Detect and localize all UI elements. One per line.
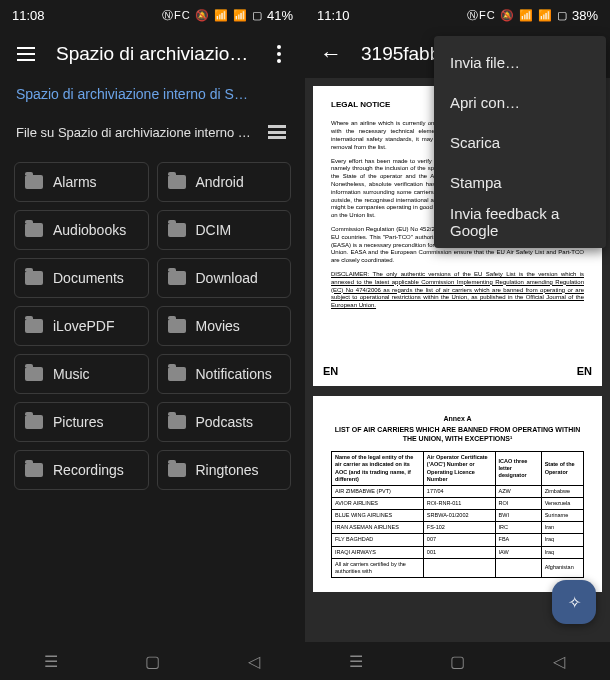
back-arrow-button[interactable]: ←	[313, 36, 349, 72]
list-view-icon	[268, 125, 286, 139]
recent-apps-button[interactable]: ☰	[336, 646, 376, 676]
table-cell: Zimbabwe	[541, 485, 583, 497]
table-row: All air carriers certified by the author…	[332, 558, 584, 577]
folder-label: Notifications	[196, 366, 272, 382]
pdf-paragraph: DISCLAIMER: The only authentic versions …	[331, 271, 584, 310]
menu-item[interactable]: Invia file…	[434, 42, 606, 82]
table-header: ICAO three letter designator	[495, 452, 541, 486]
folder-item[interactable]: Recordings	[14, 450, 149, 490]
menu-button[interactable]	[8, 36, 44, 72]
table-cell: Iran	[541, 522, 583, 534]
folder-item[interactable]: Notifications	[157, 354, 292, 394]
table-row: FLY BAGHDAD007FBAIraq	[332, 534, 584, 546]
table-row: IRAQI AIRWAYS001IAWIraq	[332, 546, 584, 558]
lang-badge: EN	[323, 364, 338, 378]
folder-icon	[168, 319, 186, 333]
folder-icon	[25, 367, 43, 381]
status-time: 11:10	[317, 8, 350, 23]
folder-icon	[25, 271, 43, 285]
table-cell: IRC	[495, 522, 541, 534]
folder-icon	[25, 415, 43, 429]
table-cell: FBA	[495, 534, 541, 546]
folder-item[interactable]: Pictures	[14, 402, 149, 442]
breadcrumb[interactable]: Spazio di archiviazione interno di S…	[0, 78, 305, 110]
folder-item[interactable]: Android	[157, 162, 292, 202]
table-cell: Iraq	[541, 546, 583, 558]
recent-apps-button[interactable]: ☰	[31, 646, 71, 676]
nav-bar: ☰ ▢ ◁	[305, 642, 610, 680]
table-cell: BWI	[495, 510, 541, 522]
folder-item[interactable]: Documents	[14, 258, 149, 298]
home-button[interactable]: ▢	[437, 646, 477, 676]
menu-item[interactable]: Scarica	[434, 122, 606, 162]
table-cell: SRBWA-01/2002	[423, 510, 495, 522]
hamburger-icon	[17, 47, 35, 61]
more-vert-icon	[277, 45, 281, 63]
table-cell: FS-102	[423, 522, 495, 534]
table-cell: 007	[423, 534, 495, 546]
folder-item[interactable]: Audiobooks	[14, 210, 149, 250]
edit-fab[interactable]: ✧	[552, 580, 596, 624]
folder-label: DCIM	[196, 222, 232, 238]
table-header: Air Operator Certificate ('AOC') Number …	[423, 452, 495, 486]
table-cell: BLUE WING AIRLINES	[332, 510, 424, 522]
folder-item[interactable]: Alarms	[14, 162, 149, 202]
status-bar: 11:10 ⓃFC 🔕 📶 📶 ▢ 38%	[305, 0, 610, 30]
folder-icon	[168, 175, 186, 189]
menu-item[interactable]: Invia feedback a Google	[434, 202, 606, 242]
file-manager-pane: 11:08 ⓃFC 🔕 📶 📶 ▢ 41% Spazio di archivia…	[0, 0, 305, 680]
table-header: State of the Operator	[541, 452, 583, 486]
arrow-left-icon: ←	[320, 41, 342, 67]
folder-label: Pictures	[53, 414, 104, 430]
folder-item[interactable]: Music	[14, 354, 149, 394]
folder-icon	[168, 463, 186, 477]
table-cell: Afghanistan	[541, 558, 583, 577]
home-button[interactable]: ▢	[132, 646, 172, 676]
battery-pct: 41%	[267, 8, 293, 23]
table-cell: Venezuela	[541, 497, 583, 509]
table-cell: IRAQI AIRWAYS	[332, 546, 424, 558]
folder-item[interactable]: Download	[157, 258, 292, 298]
table-cell: Suriname	[541, 510, 583, 522]
folder-item[interactable]: Ringtones	[157, 450, 292, 490]
status-bar: 11:08 ⓃFC 🔕 📶 📶 ▢ 41%	[0, 0, 305, 30]
app-bar: Spazio di archiviazione i…	[0, 30, 305, 78]
table-cell: AVIOR AIRLINES	[332, 497, 424, 509]
folder-icon	[168, 367, 186, 381]
folder-icon	[25, 223, 43, 237]
status-time: 11:08	[12, 8, 45, 23]
folder-label: Ringtones	[196, 462, 259, 478]
folder-label: Podcasts	[196, 414, 254, 430]
list-header-text: File su Spazio di archiviazione interno …	[16, 125, 256, 140]
table-cell: AZW	[495, 485, 541, 497]
folder-item[interactable]: iLovePDF	[14, 306, 149, 346]
nav-bar: ☰ ▢ ◁	[0, 642, 305, 680]
lang-badge: EN	[577, 364, 592, 378]
folder-icon	[25, 463, 43, 477]
table-row: BLUE WING AIRLINESSRBWA-01/2002BWISurina…	[332, 510, 584, 522]
folder-label: Music	[53, 366, 90, 382]
table-cell: IRAN ASEMAN AIRLINES	[332, 522, 424, 534]
folder-item[interactable]: DCIM	[157, 210, 292, 250]
pdf-viewer-pane: 11:10 ⓃFC 🔕 📶 📶 ▢ 38% ← 3195fabb LEGAL N…	[305, 0, 610, 680]
folder-label: Alarms	[53, 174, 97, 190]
folder-grid: AlarmsAndroidAudiobooksDCIMDocumentsDown…	[0, 154, 305, 498]
back-button[interactable]: ◁	[234, 646, 274, 676]
table-cell	[423, 558, 495, 577]
folder-item[interactable]: Podcasts	[157, 402, 292, 442]
magic-wand-icon: ✧	[568, 593, 581, 612]
menu-item[interactable]: Apri con…	[434, 82, 606, 122]
view-toggle-button[interactable]	[265, 120, 289, 144]
table-row: AVIOR AIRLINESROI-RNR-011ROIVenezuela	[332, 497, 584, 509]
table-cell: All air carriers certified by the author…	[332, 558, 424, 577]
menu-item[interactable]: Stampa	[434, 162, 606, 202]
status-icons: ⓃFC 🔕 📶 📶 ▢	[162, 8, 263, 23]
table-cell: AIR ZIMBABWE (PVT)	[332, 485, 424, 497]
folder-label: iLovePDF	[53, 318, 114, 334]
pdf-page-2: Annex A LIST OF AIR CARRIERS WHICH ARE B…	[313, 396, 602, 592]
folder-label: Download	[196, 270, 258, 286]
folder-item[interactable]: Movies	[157, 306, 292, 346]
overflow-button[interactable]	[261, 36, 297, 72]
table-cell: IAW	[495, 546, 541, 558]
back-button[interactable]: ◁	[539, 646, 579, 676]
